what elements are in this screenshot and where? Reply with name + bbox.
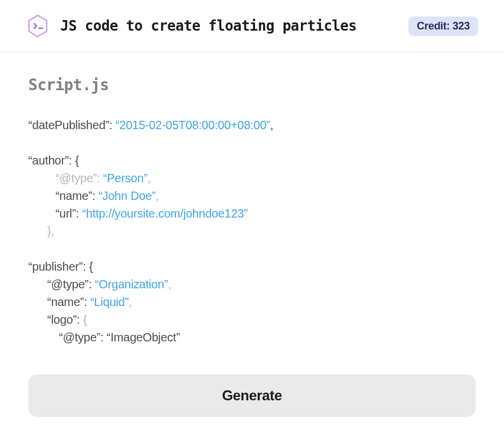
code-line: “@type”: “ImageObject” [28,328,476,346]
blank-line [28,240,476,258]
credit-badge: Credit: 323 [408,17,478,36]
code-line: “author”: { [28,152,476,169]
header-left: JS code to create floating particles [26,14,356,38]
code-line: “@type”: “Organization”, [28,275,476,293]
code-line: “datePublished”: “2015-02-05T08:00:00+08… [28,116,476,134]
code-line: “name”: “Liquid”, [28,293,476,311]
code-block: “datePublished”: “2015-02-05T08:00:00+08… [28,116,476,346]
header-bar: JS code to create floating particles Cre… [0,0,504,52]
code-line: “url”: “http://yoursite.com/johndoe123” [28,205,476,222]
main-content: Script.js “datePublished”: “2015-02-05T0… [0,52,504,417]
code-line: “@type”: “Person”, [28,169,476,187]
code-line: “publisher”: { [28,258,476,275]
code-line: “name”: “John Doe”, [28,187,476,205]
section-title: Script.js [28,76,476,94]
code-line: }, [28,222,476,240]
app-logo-icon [26,14,50,38]
blank-line [28,134,476,152]
code-line: “logo”: { [28,311,476,328]
page-title: JS code to create floating particles [60,18,356,34]
generate-button[interactable]: Generate [28,374,476,417]
svg-marker-0 [29,15,47,37]
